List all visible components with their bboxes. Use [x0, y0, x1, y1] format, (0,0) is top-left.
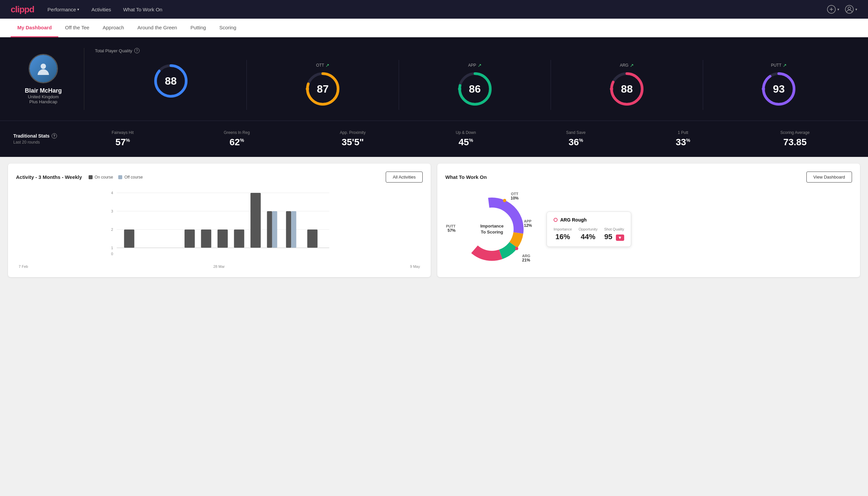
hero-section: Blair McHarg United Kingdom Plus Handica…	[0, 37, 868, 121]
tab-putting[interactable]: Putting	[184, 19, 213, 37]
tab-around-the-green[interactable]: Around the Green	[130, 19, 184, 37]
putt-label: PUTT ↗	[771, 63, 787, 68]
ott-trend-icon: ↗	[326, 63, 329, 68]
tooltip-title: ARG Rough	[554, 217, 624, 222]
activity-panel-title: Activity - 3 Months - Weekly	[16, 174, 82, 180]
player-country: United Kingdom	[28, 94, 59, 99]
player-handicap: Plus Handicap	[29, 99, 57, 104]
chevron-down-icon: ▾	[77, 7, 79, 12]
legend-dot-on-course	[89, 175, 93, 179]
tooltip-metrics: Importance 16% Opportunity 44% Shot Qual…	[554, 227, 624, 241]
putt-circle: 93	[760, 71, 797, 107]
svg-point-4	[848, 7, 851, 10]
tab-bar: My Dashboard Off the Tee Approach Around…	[0, 19, 868, 37]
chart-legend: On course Off course	[89, 175, 143, 180]
nav-left: clippd Performance ▾ Activities What To …	[11, 4, 162, 15]
stats-help-icon[interactable]: ?	[52, 133, 57, 139]
stat-sand-save: Sand Save 36%	[566, 130, 586, 148]
divider-vertical	[84, 48, 84, 110]
stat-items: Fairways Hit 57% Greens In Reg 62% App. …	[67, 130, 855, 148]
chart-axis-labels: 7 Feb 28 Mar 9 May	[16, 264, 423, 268]
svg-point-45	[503, 199, 506, 202]
stat-greens-in-reg: Greens In Reg 62%	[224, 130, 250, 148]
ott-score-value: 87	[317, 83, 329, 95]
svg-rect-33	[234, 230, 244, 248]
scores-section: Total Player Quality ? 88	[95, 48, 855, 110]
tab-my-dashboard[interactable]: My Dashboard	[11, 19, 58, 37]
donut-wrapper: PUTT 57% OTT 10% APP 12% ARG 21%	[445, 189, 539, 269]
svg-rect-32	[218, 230, 228, 248]
nav-links: Performance ▾ Activities What To Work On	[48, 7, 162, 12]
total-score-circle: 88	[153, 63, 189, 99]
svg-text:1: 1	[111, 246, 113, 250]
arg-circle: 88	[609, 71, 645, 107]
arg-trend-icon: ↗	[630, 63, 634, 68]
svg-point-13	[458, 87, 461, 91]
tooltip-shot-quality: Shot Quality 95 ▼	[604, 227, 624, 241]
nav-performance[interactable]: Performance ▾	[48, 7, 80, 12]
view-dashboard-button[interactable]: View Dashboard	[806, 172, 852, 183]
what-to-work-on-panel: What To Work On View Dashboard PUTT 57% …	[437, 164, 860, 277]
all-activities-button[interactable]: All Activities	[386, 172, 423, 183]
app-score-value: 86	[469, 83, 481, 95]
svg-rect-37	[286, 211, 291, 248]
svg-rect-38	[291, 211, 296, 248]
tooltip-card: ARG Rough Importance 16% Opportunity 44%…	[547, 212, 631, 247]
putt-score-value: 93	[773, 83, 785, 95]
svg-rect-31	[201, 230, 211, 248]
arg-score-value: 88	[621, 83, 633, 95]
tab-scoring[interactable]: Scoring	[212, 19, 243, 37]
total-score-value: 88	[165, 75, 177, 87]
help-icon[interactable]: ?	[134, 48, 140, 53]
bar-chart-area: 4 3 2 1 0	[16, 189, 423, 263]
activity-panel-header: Activity - 3 Months - Weekly On course O…	[16, 172, 423, 183]
score-cards: 88 OTT ↗ 87	[95, 60, 855, 110]
app-logo[interactable]: clippd	[11, 4, 34, 15]
plus-circle-icon	[827, 5, 836, 14]
activity-chart-panel: Activity - 3 Months - Weekly On course O…	[8, 164, 431, 277]
stats-title: Traditional Stats ?	[13, 133, 67, 139]
donut-svg	[452, 189, 532, 269]
donut-area: PUTT 57% OTT 10% APP 12% ARG 21%	[445, 189, 852, 269]
shot-quality-badge: ▼	[616, 234, 624, 241]
tab-approach[interactable]: Approach	[96, 19, 130, 37]
svg-rect-39	[307, 230, 318, 248]
avatar	[29, 54, 58, 83]
app-label: APP ↗	[468, 63, 482, 68]
svg-point-46	[515, 247, 518, 250]
user-profile-button[interactable]: ▾	[845, 5, 857, 14]
bar-chart-svg: 4 3 2 1 0	[16, 189, 423, 263]
svg-text:0: 0	[111, 252, 113, 256]
arg-score-card: ARG ↗ 88	[551, 60, 703, 110]
tab-off-the-tee[interactable]: Off the Tee	[58, 19, 96, 37]
ott-circle: 87	[304, 71, 341, 107]
svg-rect-34	[251, 193, 261, 248]
legend-on-course: On course	[89, 175, 113, 180]
hero-inner: Blair McHarg United Kingdom Plus Handica…	[13, 48, 855, 110]
tooltip-indicator	[554, 218, 557, 222]
legend-dot-off-course	[118, 175, 122, 179]
top-navigation: clippd Performance ▾ Activities What To …	[0, 0, 868, 19]
player-name: Blair McHarg	[25, 87, 62, 94]
what-to-work-on-title: What To Work On	[445, 174, 487, 180]
what-to-work-on-header: What To Work On View Dashboard	[445, 172, 852, 183]
svg-text:4: 4	[111, 191, 113, 195]
chevron-down-icon: ▾	[837, 7, 839, 12]
svg-point-5	[41, 64, 46, 69]
stat-1-putt: 1 Putt 33%	[676, 130, 691, 148]
add-button[interactable]: ▾	[827, 5, 839, 14]
user-circle-icon	[845, 5, 854, 14]
ott-label: OTT ↗	[316, 63, 329, 68]
stat-scoring-average: Scoring Average 73.85	[780, 130, 810, 148]
svg-rect-36	[272, 211, 277, 248]
stats-label-section: Traditional Stats ? Last 20 rounds	[13, 133, 67, 144]
stats-period: Last 20 rounds	[13, 140, 67, 144]
ott-score-card: OTT ↗ 87	[247, 60, 399, 110]
nav-what-to-work-on[interactable]: What To Work On	[123, 7, 162, 12]
total-quality-label: Total Player Quality ?	[95, 48, 855, 53]
svg-rect-30	[185, 230, 195, 248]
nav-activities[interactable]: Activities	[91, 7, 111, 12]
putt-score-card: PUTT ↗ 93	[703, 60, 855, 110]
svg-text:3: 3	[111, 209, 113, 213]
bottom-panels: Activity - 3 Months - Weekly On course O…	[0, 157, 868, 284]
